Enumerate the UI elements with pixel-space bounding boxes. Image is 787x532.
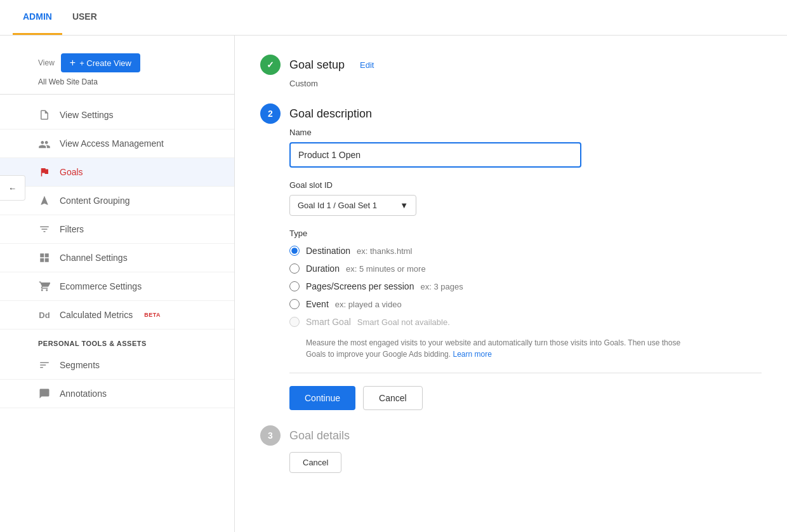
view-settings-icon <box>38 109 51 121</box>
label-smart-goal: Smart Goal <box>306 317 351 327</box>
goals-icon <box>38 166 51 178</box>
view-row: View + + Create View <box>0 48 234 75</box>
type-pages-screens[interactable]: Pages/Screens per session ex: 3 pages <box>289 281 762 291</box>
sidebar-item-view-access[interactable]: View Access Management <box>0 130 234 158</box>
step1-circle: ✓ <box>260 55 281 75</box>
step1-edit-link[interactable]: Edit <box>360 60 374 70</box>
segments-icon <box>38 359 51 371</box>
radio-event[interactable] <box>289 299 300 309</box>
sidebar-item-ecommerce[interactable]: Ecommerce Settings <box>0 272 234 301</box>
radio-smart-goal <box>289 317 300 327</box>
step1-subtitle: Custom <box>260 79 762 88</box>
sidebar-label-calculated-metrics: Calculated Metrics <box>60 310 133 320</box>
step1-check-icon: ✓ <box>267 60 274 70</box>
content-grouping-icon <box>38 194 51 207</box>
smart-goal-desc-text: Measure the most engaged visits to your … <box>306 338 680 359</box>
sidebar-item-filters[interactable]: Filters <box>0 215 234 244</box>
step2-header: 2 Goal description <box>260 103 762 124</box>
goal-slot-dropdown[interactable]: Goal Id 1 / Goal Set 1 ▼ <box>289 195 416 216</box>
tab-admin[interactable]: ADMIN <box>13 0 62 35</box>
ecommerce-icon <box>38 280 51 293</box>
dropdown-chevron-icon: ▼ <box>400 201 408 210</box>
step2-number: 2 <box>268 109 273 119</box>
plus-icon: + <box>70 57 76 69</box>
tab-user[interactable]: USER <box>62 0 107 35</box>
calculated-metrics-icon: Dd <box>38 309 51 321</box>
note-smart-goal: Smart Goal not available. <box>357 317 450 327</box>
step1-section: ✓ Goal setup Edit Custom <box>260 55 762 88</box>
filters-icon <box>38 223 51 236</box>
radio-pages-screens[interactable] <box>289 281 300 291</box>
nav-items: View Settings View Access Management Goa… <box>0 95 234 408</box>
sidebar-item-calculated-metrics[interactable]: Dd Calculated Metrics BETA <box>0 301 234 329</box>
cancel-button-step3[interactable]: Cancel <box>289 452 341 473</box>
sidebar-label-channel-settings: Channel Settings <box>60 253 128 263</box>
step3-number: 3 <box>268 430 273 441</box>
back-arrow-icon: ← <box>8 183 17 193</box>
create-view-button[interactable]: + + Create View <box>61 53 140 72</box>
radio-destination[interactable] <box>289 246 300 256</box>
step2-circle: 2 <box>260 103 281 124</box>
personal-tools-section-header: PERSONAL TOOLS & ASSETS <box>0 329 234 351</box>
sidebar-label-annotations: Annotations <box>60 389 107 399</box>
type-event[interactable]: Event ex: played a video <box>289 299 762 309</box>
step2-title: Goal description <box>289 107 372 121</box>
label-destination: Destination <box>306 246 350 256</box>
goal-slot-value: Goal Id 1 / Goal Set 1 <box>298 201 377 210</box>
step2-form: Name Goal slot ID Goal Id 1 / Goal Set 1… <box>260 128 762 410</box>
sidebar-item-goals[interactable]: Goals <box>0 158 234 187</box>
sidebar: ← View + + Create View All Web Site Data… <box>0 36 235 532</box>
hint-destination: ex: thanks.html <box>357 246 412 256</box>
divider <box>289 373 762 373</box>
step3-section: 3 Goal details Cancel <box>260 425 762 473</box>
label-pages-screens: Pages/Screens per session <box>306 281 414 291</box>
type-label: Type <box>289 229 762 238</box>
label-duration: Duration <box>306 263 340 274</box>
cancel-button-step2[interactable]: Cancel <box>363 386 423 410</box>
sidebar-item-segments[interactable]: Segments <box>0 351 234 380</box>
continue-button[interactable]: Continue <box>289 386 355 410</box>
view-label: View <box>38 58 55 67</box>
hint-event: ex: played a video <box>335 300 402 309</box>
back-button[interactable]: ← <box>0 175 25 201</box>
label-event: Event <box>306 299 329 309</box>
sidebar-label-goals: Goals <box>60 167 83 177</box>
main-content: ✓ Goal setup Edit Custom 2 Goal descript… <box>235 36 787 532</box>
sidebar-label-ecommerce: Ecommerce Settings <box>60 281 142 291</box>
hint-duration: ex: 5 minutes or more <box>346 264 426 274</box>
sidebar-label-filters: Filters <box>60 224 84 234</box>
sidebar-item-content-grouping[interactable]: Content Grouping <box>0 187 234 215</box>
channel-settings-icon <box>38 251 51 264</box>
name-label: Name <box>289 128 762 137</box>
step3-title: Goal details <box>289 429 350 442</box>
smart-goal-description: Measure the most engaged visits to your … <box>306 337 687 360</box>
type-destination[interactable]: Destination ex: thanks.html <box>289 246 762 256</box>
type-radio-group: Destination ex: thanks.html Duration ex:… <box>289 246 762 327</box>
main-layout: ← View + + Create View All Web Site Data… <box>0 36 787 532</box>
annotations-icon <box>38 387 51 400</box>
sidebar-item-annotations[interactable]: Annotations <box>0 380 234 408</box>
all-web-data: All Web Site Data <box>0 75 234 95</box>
radio-duration[interactable] <box>289 263 300 274</box>
type-duration[interactable]: Duration ex: 5 minutes or more <box>289 263 762 274</box>
sidebar-label-content-grouping: Content Grouping <box>60 196 130 206</box>
goal-slot-label: Goal slot ID <box>289 180 762 190</box>
sidebar-label-view-access: View Access Management <box>60 138 164 149</box>
view-access-icon <box>38 137 51 150</box>
step1-header: ✓ Goal setup Edit <box>260 55 762 75</box>
sidebar-item-channel-settings[interactable]: Channel Settings <box>0 244 234 272</box>
learn-more-link[interactable]: Learn more <box>453 350 491 359</box>
step3-header: 3 Goal details <box>260 425 762 446</box>
step1-title: Goal setup <box>289 58 345 72</box>
goal-name-input[interactable] <box>289 142 581 168</box>
sidebar-item-view-settings[interactable]: View Settings <box>0 101 234 130</box>
type-smart-goal: Smart Goal Smart Goal not available. <box>289 317 762 327</box>
top-navigation: ADMIN USER <box>0 0 787 36</box>
beta-badge: BETA <box>144 312 161 318</box>
step2-action-buttons: Continue Cancel <box>289 386 762 410</box>
step2-section: 2 Goal description Name Goal slot ID Goa… <box>260 103 762 410</box>
sidebar-label-segments: Segments <box>60 360 100 370</box>
hint-pages-screens: ex: 3 pages <box>420 282 463 291</box>
step3-circle: 3 <box>260 425 281 446</box>
sidebar-label-view-settings: View Settings <box>60 110 114 120</box>
